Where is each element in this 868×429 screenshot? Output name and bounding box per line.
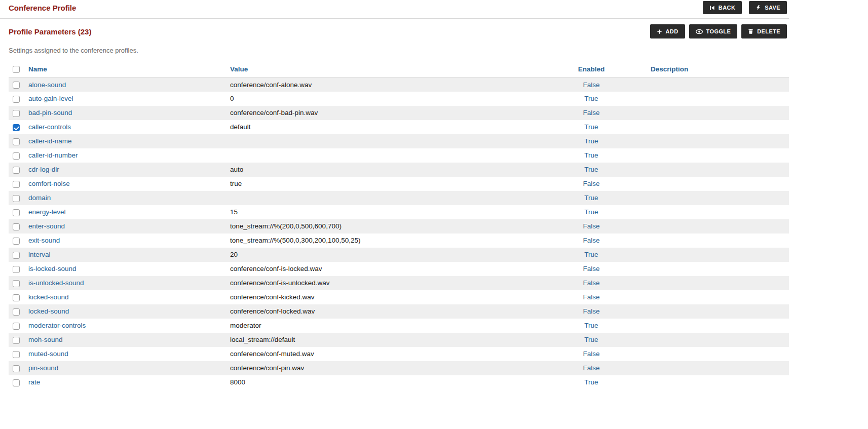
param-enabled-link[interactable]: False [583,350,599,358]
row-checkbox[interactable] [13,323,20,330]
row-checkbox[interactable] [13,294,20,301]
table-row: kicked-sound conference/conf-kicked.wav … [9,290,789,304]
row-checkbox[interactable] [13,96,20,103]
param-value: auto [230,166,243,173]
table-row: caller-id-name True [9,134,789,148]
param-name-link[interactable]: alone-sound [28,81,66,89]
param-enabled-link[interactable]: False [583,109,599,116]
param-name-link[interactable]: pin-sound [28,364,58,372]
param-value: conference/conf-is-unlocked.wav [230,279,330,287]
param-name-link[interactable]: moh-sound [28,336,63,343]
param-name-link[interactable]: cdr-log-dir [28,166,59,173]
row-checkbox[interactable] [13,124,20,131]
param-name-link[interactable]: enter-sound [28,222,65,230]
table-row: moh-sound local_stream://default True [9,333,789,347]
param-enabled-link[interactable]: True [584,251,598,258]
param-enabled-link[interactable]: False [583,222,599,230]
param-name-link[interactable]: moderator-controls [28,322,86,329]
add-button-label: ADD [666,28,678,34]
param-enabled-link[interactable]: True [584,123,598,131]
row-checkbox[interactable] [13,209,20,216]
param-enabled-link[interactable]: True [584,194,598,202]
row-checkbox[interactable] [13,337,20,344]
param-value: conference/conf-alone.wav [230,81,312,89]
table-row: exit-sound tone_stream://%(500,0,300,200… [9,233,789,248]
column-header-name[interactable]: Name [25,63,227,77]
param-name-link[interactable]: domain [28,194,51,202]
row-checkbox[interactable] [13,379,20,386]
column-header-description[interactable]: Description [647,63,789,77]
row-checkbox[interactable] [13,110,20,117]
back-button[interactable]: BACK [703,1,742,14]
param-value: 20 [230,251,238,258]
top-bar: Conference Profile BACK SAVE [0,0,789,19]
param-name-link[interactable]: energy-level [28,208,66,216]
delete-button[interactable]: DELETE [741,24,787,38]
param-enabled-link[interactable]: True [584,137,598,145]
save-button-label: SAVE [765,5,780,11]
lightning-bolt-icon [756,5,761,11]
table-row: bad-pin-sound conference/conf-bad-pin.wa… [9,106,789,120]
select-all-checkbox[interactable] [13,66,20,73]
param-name-link[interactable]: caller-id-name [28,137,72,145]
param-name-link[interactable]: interval [28,251,51,258]
param-name-link[interactable]: caller-controls [28,123,71,131]
add-button[interactable]: ADD [650,24,685,38]
param-name-link[interactable]: auto-gain-level [28,95,73,102]
row-checkbox[interactable] [13,280,20,287]
param-name-link[interactable]: is-locked-sound [28,265,77,272]
row-checkbox[interactable] [13,152,20,160]
row-checkbox[interactable] [13,181,20,188]
row-checkbox[interactable] [13,138,20,145]
row-checkbox[interactable] [13,223,20,230]
row-checkbox[interactable] [13,82,20,89]
param-value: 15 [230,208,238,216]
param-value: tone_stream://%(200,0,500,600,700) [230,222,342,230]
param-enabled-link[interactable]: False [583,307,599,315]
param-name-link[interactable]: caller-id-number [28,151,78,159]
param-name-link[interactable]: is-unlocked-sound [28,279,84,287]
row-checkbox[interactable] [13,238,20,245]
param-name-link[interactable]: muted-sound [28,350,68,358]
param-enabled-link[interactable]: True [584,322,598,329]
param-enabled-link[interactable]: True [584,95,598,102]
param-name-link[interactable]: rate [28,378,40,386]
table-row: auto-gain-level 0 True [9,92,789,106]
row-checkbox[interactable] [13,266,20,273]
row-checkbox[interactable] [13,308,20,316]
param-name-link[interactable]: locked-sound [28,307,69,315]
param-enabled-link[interactable]: True [584,378,598,386]
back-button-label: BACK [719,5,735,11]
param-name-link[interactable]: exit-sound [28,237,60,244]
table-body: alone-sound conference/conf-alone.wav Fa… [9,77,789,389]
row-checkbox[interactable] [13,252,20,259]
row-checkbox[interactable] [13,167,20,174]
page-title: Conference Profile [9,4,76,12]
table-row: enter-sound tone_stream://%(200,0,500,60… [9,219,789,233]
param-enabled-link[interactable]: True [584,208,598,216]
param-name-link[interactable]: bad-pin-sound [28,109,72,116]
table-row: energy-level 15 True [9,205,789,219]
param-enabled-link[interactable]: True [584,151,598,159]
section-bar: Profile Parameters (23) ADD TOGGLE DELET… [9,24,787,38]
param-enabled-link[interactable]: False [583,180,599,187]
delete-button-label: DELETE [757,28,780,34]
param-enabled-link[interactable]: True [584,336,598,343]
column-header-value[interactable]: Value [227,63,536,77]
table-row: is-locked-sound conference/conf-is-locke… [9,262,789,276]
row-checkbox[interactable] [13,351,20,358]
table-row: is-unlocked-sound conference/conf-is-unl… [9,276,789,290]
param-enabled-link[interactable]: False [583,265,599,272]
save-button[interactable]: SAVE [749,1,787,14]
param-enabled-link[interactable]: True [584,166,598,173]
param-enabled-link[interactable]: False [583,81,599,89]
param-name-link[interactable]: kicked-sound [28,293,69,301]
row-checkbox[interactable] [13,195,20,202]
param-name-link[interactable]: comfort-noise [28,180,70,187]
param-enabled-link[interactable]: False [583,293,599,301]
toggle-button[interactable]: TOGGLE [689,24,738,38]
param-enabled-link[interactable]: False [583,364,599,372]
param-enabled-link[interactable]: False [583,237,599,244]
row-checkbox[interactable] [13,365,20,372]
param-enabled-link[interactable]: False [583,279,599,287]
